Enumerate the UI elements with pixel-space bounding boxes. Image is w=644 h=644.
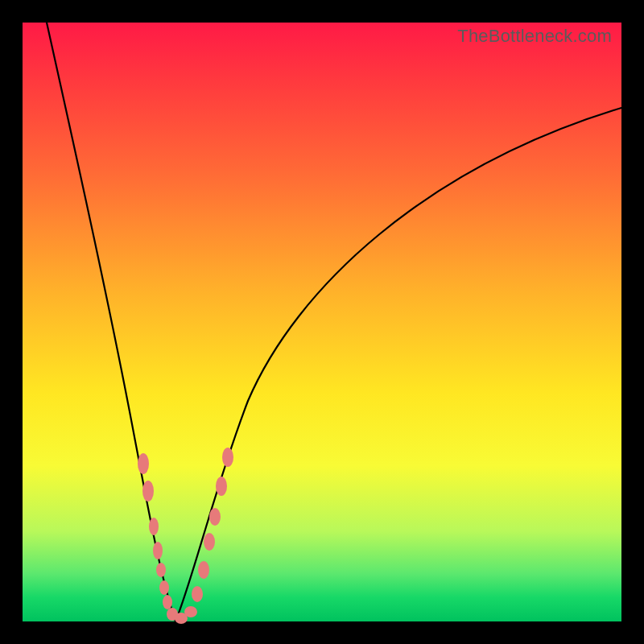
bottleneck-curve-right [175,108,621,621]
marker-group [138,448,233,624]
marker-dot [222,448,233,467]
marker-dot [216,477,227,496]
marker-dot [153,542,163,559]
marker-dot [204,533,215,551]
marker-dot [142,481,154,502]
curve-layer [23,23,621,621]
marker-dot [159,580,169,595]
marker-dot [156,563,166,577]
marker-dot [138,453,149,474]
marker-dot [163,595,172,609]
marker-dot [198,561,209,579]
marker-dot [209,508,221,526]
marker-dot [149,518,159,535]
marker-dot [192,586,203,602]
marker-dot [184,606,197,617]
chart-frame: TheBottleneck.com [0,0,644,644]
plot-area: TheBottleneck.com [23,23,621,621]
